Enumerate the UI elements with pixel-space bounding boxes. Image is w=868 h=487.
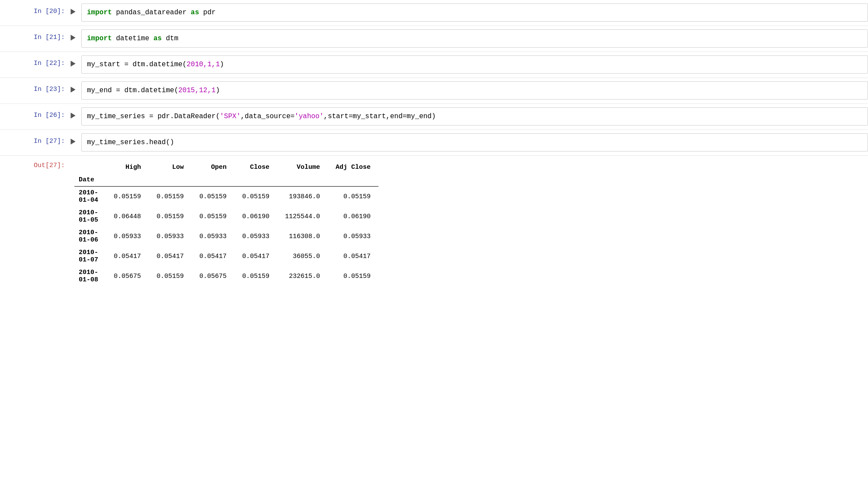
date-cell: 2010-01-05 bbox=[74, 206, 106, 226]
data-cell: 0.05159 bbox=[192, 206, 234, 226]
table-row: 2010-01-040.051590.051590.051590.0515919… bbox=[74, 187, 378, 207]
data-cell: 0.06190 bbox=[328, 206, 378, 226]
data-cell: 0.05417 bbox=[106, 246, 149, 266]
output-27: Out[27]: High Low Open Close Volume Adj … bbox=[0, 156, 868, 291]
cell-21-content[interactable]: import datetime as dtm bbox=[81, 29, 868, 48]
cell-20: In [20]: import pandas_datareader as pdr bbox=[0, 0, 868, 26]
cell-26: In [26]: my_time_series = pdr.DataReader… bbox=[0, 104, 868, 130]
output-27-content: High Low Open Close Volume Adj Close Dat… bbox=[69, 158, 868, 286]
data-cell: 0.05159 bbox=[328, 266, 378, 286]
data-cell: 0.05159 bbox=[234, 266, 277, 286]
svg-marker-0 bbox=[70, 9, 75, 15]
col-high: High bbox=[106, 161, 149, 174]
code-23: my_end = dtm.datetime(2015,12,1) bbox=[87, 85, 220, 96]
data-cell: 193846.0 bbox=[277, 187, 328, 207]
cell-22: In [22]: my_start = dtm.datetime(2010,1,… bbox=[0, 52, 868, 78]
data-cell: 0.06448 bbox=[106, 206, 149, 226]
svg-marker-5 bbox=[70, 139, 75, 145]
cell-27-label: In [27]: bbox=[0, 133, 69, 145]
run-button-27[interactable] bbox=[69, 133, 81, 148]
data-cell: 0.05675 bbox=[192, 266, 234, 286]
data-cell: 0.05159 bbox=[106, 187, 149, 207]
data-cell: 0.05417 bbox=[328, 246, 378, 266]
data-cell: 0.05933 bbox=[149, 226, 192, 246]
table-row: 2010-01-050.064480.051590.051590.0619011… bbox=[74, 206, 378, 226]
svg-marker-2 bbox=[70, 61, 75, 67]
svg-marker-1 bbox=[70, 35, 75, 41]
run-button-20[interactable] bbox=[69, 3, 81, 18]
data-cell: 0.06190 bbox=[234, 206, 277, 226]
cell-27: In [27]: my_time_series.head() bbox=[0, 130, 868, 156]
run-button-22[interactable] bbox=[69, 55, 81, 70]
run-button-26[interactable] bbox=[69, 107, 81, 122]
data-cell: 0.05417 bbox=[149, 246, 192, 266]
col-open: Open bbox=[192, 161, 234, 174]
data-cell: 0.05159 bbox=[234, 187, 277, 207]
cell-22-content[interactable]: my_start = dtm.datetime(2010,1,1) bbox=[81, 55, 868, 74]
date-cell: 2010-01-06 bbox=[74, 226, 106, 246]
table-row: 2010-01-080.056750.051590.056750.0515923… bbox=[74, 266, 378, 286]
data-cell: 0.05159 bbox=[149, 187, 192, 207]
date-cell: 2010-01-08 bbox=[74, 266, 106, 286]
data-cell: 0.05933 bbox=[106, 226, 149, 246]
cell-23: In [23]: my_end = dtm.datetime(2015,12,1… bbox=[0, 78, 868, 104]
col-adjclose: Adj Close bbox=[328, 161, 378, 174]
data-cell: 0.05933 bbox=[328, 226, 378, 246]
data-cell: 0.05417 bbox=[192, 246, 234, 266]
output-27-label: Out[27]: bbox=[0, 158, 69, 169]
data-cell: 0.05933 bbox=[192, 226, 234, 246]
data-cell: 0.05675 bbox=[106, 266, 149, 286]
data-cell: 0.05159 bbox=[149, 206, 192, 226]
table-row: 2010-01-060.059330.059330.059330.0593311… bbox=[74, 226, 378, 246]
svg-marker-4 bbox=[70, 113, 75, 119]
data-cell: 0.05933 bbox=[234, 226, 277, 246]
data-cell: 36055.0 bbox=[277, 246, 328, 266]
cell-20-label: In [20]: bbox=[0, 3, 69, 15]
cell-23-content[interactable]: my_end = dtm.datetime(2015,12,1) bbox=[81, 81, 868, 100]
table-header-row: High Low Open Close Volume Adj Close bbox=[74, 161, 378, 174]
date-header-row: Date bbox=[74, 174, 378, 187]
table-body: 2010-01-040.051590.051590.051590.0515919… bbox=[74, 187, 378, 287]
data-cell: 0.05417 bbox=[234, 246, 277, 266]
data-cell: 116308.0 bbox=[277, 226, 328, 246]
col-volume: Volume bbox=[277, 161, 328, 174]
cell-20-content[interactable]: import pandas_datareader as pdr bbox=[81, 3, 868, 22]
col-low: Low bbox=[149, 161, 192, 174]
data-cell: 1125544.0 bbox=[277, 206, 328, 226]
cell-26-label: In [26]: bbox=[0, 107, 69, 119]
empty-header bbox=[74, 161, 106, 174]
code-20: import pandas_datareader as pdr bbox=[87, 7, 216, 18]
cell-21: In [21]: import datetime as dtm bbox=[0, 26, 868, 52]
code-22: my_start = dtm.datetime(2010,1,1) bbox=[87, 59, 224, 70]
output-table: High Low Open Close Volume Adj Close Dat… bbox=[74, 161, 378, 286]
run-button-21[interactable] bbox=[69, 29, 81, 44]
cell-27-content[interactable]: my_time_series.head() bbox=[81, 133, 868, 152]
date-cell: 2010-01-07 bbox=[74, 246, 106, 266]
data-cell: 232615.0 bbox=[277, 266, 328, 286]
date-cell: 2010-01-04 bbox=[74, 187, 106, 207]
code-27: my_time_series.head() bbox=[87, 137, 174, 148]
data-cell: 0.05159 bbox=[192, 187, 234, 207]
run-button-23[interactable] bbox=[69, 81, 81, 96]
cell-23-label: In [23]: bbox=[0, 81, 69, 93]
date-col-header: Date bbox=[74, 174, 106, 187]
col-close: Close bbox=[234, 161, 277, 174]
cell-22-label: In [22]: bbox=[0, 55, 69, 67]
data-cell: 0.05159 bbox=[149, 266, 192, 286]
cell-26-content[interactable]: my_time_series = pdr.DataReader('SPX',da… bbox=[81, 107, 868, 126]
empty-subheader bbox=[106, 174, 378, 187]
cell-21-label: In [21]: bbox=[0, 29, 69, 41]
notebook: In [20]: import pandas_datareader as pdr… bbox=[0, 0, 868, 291]
data-cell: 0.05159 bbox=[328, 187, 378, 207]
table-row: 2010-01-070.054170.054170.054170.0541736… bbox=[74, 246, 378, 266]
code-21: import datetime as dtm bbox=[87, 33, 178, 44]
code-26: my_time_series = pdr.DataReader('SPX',da… bbox=[87, 111, 436, 122]
svg-marker-3 bbox=[70, 87, 75, 93]
